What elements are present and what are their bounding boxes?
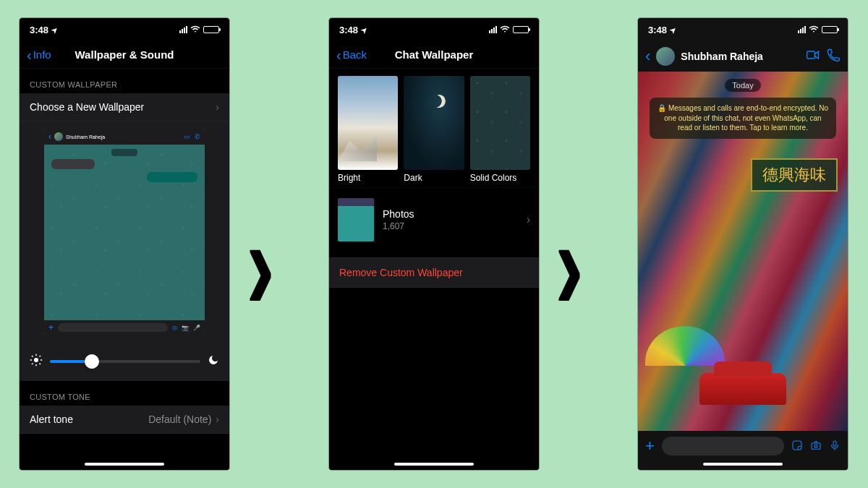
- wallpaper-rainbow: [645, 326, 725, 366]
- status-indicators: [489, 24, 529, 35]
- preview-header: ‹ Shubham Raheja ▭ ✆: [44, 129, 205, 145]
- location-icon: ➤: [49, 25, 59, 34]
- screen-wallpaper-and-sound: 3:48 ➤ ‹ Info Wallpaper & Sound CUSTOM W…: [20, 18, 229, 470]
- preview-camera-icon: 📷: [182, 325, 189, 331]
- brightness-slider[interactable]: [50, 360, 200, 363]
- lock-icon: 🔒: [658, 104, 666, 112]
- chat-preview: ‹ Shubham Raheja ▭ ✆ + ◎ 📷 🎤: [44, 129, 205, 335]
- choose-wallpaper-row[interactable]: Choose a New Wallpaper ›: [20, 93, 229, 121]
- status-time: 3:48: [648, 25, 667, 35]
- preview-mic-icon: 🎤: [193, 325, 200, 331]
- svg-line-7: [32, 364, 33, 365]
- back-button[interactable]: ‹ Back: [336, 48, 367, 62]
- moon-icon: [208, 354, 219, 369]
- day-separator: Today: [725, 79, 760, 92]
- photos-count: 1,607: [383, 221, 414, 231]
- preview-back-icon: ‹: [48, 132, 51, 142]
- status-time: 3:48: [30, 25, 48, 35]
- chevron-left-icon: ‹: [27, 48, 32, 62]
- solid-thumbnail: [470, 76, 530, 170]
- tile-solid-colors[interactable]: Solid Colors: [470, 76, 530, 183]
- back-button[interactable]: ‹ Info: [27, 48, 51, 62]
- svg-line-8: [40, 356, 41, 357]
- remove-wallpaper-label: Remove Custom Wallpaper: [339, 267, 463, 278]
- battery-icon: [513, 26, 529, 33]
- sticker-button[interactable]: [791, 440, 803, 453]
- message-input[interactable]: [662, 437, 784, 455]
- tile-dark-label: Dark: [404, 173, 464, 183]
- svg-point-12: [814, 444, 817, 447]
- preview-input-bar: + ◎ 📷 🎤: [44, 320, 205, 335]
- preview-text-field: [58, 323, 168, 332]
- preview-avatar: [54, 132, 63, 141]
- choose-wallpaper-label: Choose a New Wallpaper: [30, 101, 144, 113]
- step-arrow-1: ›: [246, 190, 275, 341]
- tile-bright-label: Bright: [338, 173, 398, 183]
- remove-wallpaper-button[interactable]: Remove Custom Wallpaper: [329, 257, 539, 288]
- alert-tone-label: Alert tone: [30, 414, 73, 425]
- sun-icon: [30, 354, 43, 369]
- preview-day-pill: [111, 149, 137, 156]
- battery-icon: [203, 26, 219, 33]
- wallpaper-category-tiles: Bright Dark Solid Colors: [329, 69, 539, 187]
- chevron-right-icon: ›: [527, 213, 530, 226]
- svg-rect-13: [833, 441, 836, 446]
- tile-solid-label: Solid Colors: [470, 173, 530, 183]
- chevron-right-icon: ›: [216, 414, 219, 425]
- home-indicator[interactable]: [20, 461, 229, 470]
- dark-thumbnail: [404, 76, 464, 170]
- location-icon: ➤: [359, 25, 368, 34]
- chat-wallpaper-area[interactable]: Today 🔒Messages and calls are end-to-end…: [638, 72, 848, 431]
- contact-name[interactable]: Shubham Raheja: [681, 51, 763, 62]
- svg-line-6: [40, 364, 41, 365]
- home-indicator[interactable]: [329, 461, 539, 470]
- bright-thumbnail: [338, 76, 398, 170]
- chat-header: ‹ Shubham Raheja: [638, 41, 848, 72]
- svg-rect-9: [807, 51, 815, 59]
- photos-thumbnail: [338, 198, 374, 241]
- voice-call-button[interactable]: [826, 48, 841, 66]
- preview-contact-name: Shubham Raheja: [66, 134, 105, 140]
- contact-avatar[interactable]: [656, 47, 675, 66]
- chevron-right-icon: ›: [216, 101, 219, 113]
- section-custom-tone: CUSTOM TONE: [20, 381, 229, 406]
- signal-icon: [179, 26, 187, 33]
- preview-call-icon: ✆: [195, 133, 200, 140]
- preview-incoming-bubble: [51, 159, 95, 169]
- battery-icon: [822, 26, 838, 33]
- photos-row[interactable]: Photos 1,607 ›: [329, 187, 539, 252]
- back-label: Back: [343, 48, 367, 61]
- preview-plus-icon: +: [48, 322, 54, 333]
- wifi-icon: [500, 24, 510, 35]
- status-bar: 3:48 ➤: [329, 18, 539, 41]
- status-time: 3:48: [339, 25, 358, 35]
- home-indicator[interactable]: [638, 461, 848, 470]
- step-arrow-2: ›: [555, 190, 584, 341]
- back-label: Info: [33, 48, 51, 61]
- status-bar: 3:48 ➤: [638, 18, 848, 41]
- back-button[interactable]: ‹: [645, 47, 650, 66]
- wifi-icon: [809, 24, 819, 35]
- svg-line-5: [32, 356, 33, 357]
- wifi-icon: [190, 24, 200, 35]
- wallpaper-preview-container: ‹ Shubham Raheja ▭ ✆ + ◎ 📷 🎤: [20, 121, 229, 345]
- status-indicators: [179, 24, 219, 35]
- wallpaper-car: [699, 373, 786, 405]
- preview-sticker-icon: ◎: [172, 325, 177, 331]
- slider-thumb[interactable]: [85, 354, 99, 369]
- signal-icon: [489, 26, 497, 33]
- tile-bright[interactable]: Bright: [338, 76, 398, 183]
- attach-button[interactable]: +: [645, 437, 655, 455]
- nav-header: ‹ Back Chat Wallpaper: [329, 41, 539, 69]
- section-custom-wallpaper: CUSTOM WALLPAPER: [20, 69, 229, 93]
- tile-dark[interactable]: Dark: [404, 76, 464, 183]
- brightness-slider-row: [20, 345, 229, 381]
- preview-video-icon: ▭: [184, 133, 190, 140]
- screen-chat-wallpaper: 3:48 ➤ ‹ Back Chat Wallpaper Bright Dark: [329, 18, 539, 470]
- encryption-banner[interactable]: 🔒Messages and calls are end-to-end encry…: [650, 98, 836, 139]
- preview-outgoing-bubble: [147, 172, 197, 182]
- camera-button[interactable]: [810, 440, 822, 453]
- mic-button[interactable]: [829, 440, 841, 453]
- video-call-button[interactable]: [806, 48, 820, 66]
- alert-tone-row[interactable]: Alert tone Default (Note) ›: [20, 406, 229, 434]
